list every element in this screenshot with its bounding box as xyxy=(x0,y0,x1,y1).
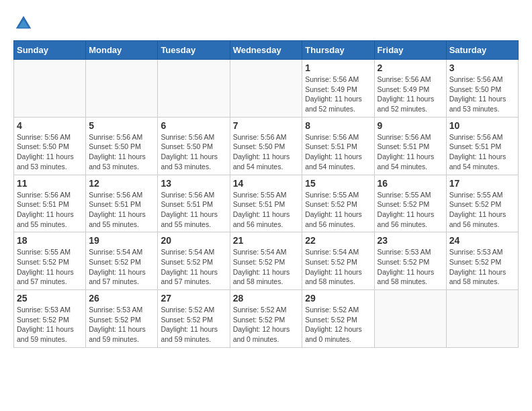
day-info: Sunrise: 5:54 AM Sunset: 5:52 PM Dayligh… xyxy=(89,247,154,287)
calendar-cell: 9Sunrise: 5:56 AM Sunset: 5:51 PM Daylig… xyxy=(374,117,446,175)
day-number: 23 xyxy=(378,235,443,246)
day-number: 6 xyxy=(161,120,226,131)
day-number: 1 xyxy=(305,62,371,73)
calendar-cell: 6Sunrise: 5:56 AM Sunset: 5:50 PM Daylig… xyxy=(158,117,230,175)
calendar-cell: 7Sunrise: 5:56 AM Sunset: 5:50 PM Daylig… xyxy=(230,117,302,175)
calendar-cell: 5Sunrise: 5:56 AM Sunset: 5:50 PM Daylig… xyxy=(86,117,158,175)
day-number: 26 xyxy=(89,293,154,304)
day-info: Sunrise: 5:56 AM Sunset: 5:51 PM Dayligh… xyxy=(17,190,83,230)
calendar-cell: 16Sunrise: 5:55 AM Sunset: 5:52 PM Dayli… xyxy=(374,175,446,232)
calendar-cell: 19Sunrise: 5:54 AM Sunset: 5:52 PM Dayli… xyxy=(86,232,158,290)
day-info: Sunrise: 5:53 AM Sunset: 5:52 PM Dayligh… xyxy=(17,305,83,345)
day-number: 27 xyxy=(161,293,226,304)
day-number: 24 xyxy=(449,235,515,246)
calendar-cell: 8Sunrise: 5:56 AM Sunset: 5:51 PM Daylig… xyxy=(302,117,374,175)
day-number: 8 xyxy=(305,120,371,131)
day-number: 10 xyxy=(449,120,515,131)
day-info: Sunrise: 5:52 AM Sunset: 5:52 PM Dayligh… xyxy=(233,305,300,345)
day-info: Sunrise: 5:56 AM Sunset: 5:51 PM Dayligh… xyxy=(161,190,226,230)
day-info: Sunrise: 5:54 AM Sunset: 5:52 PM Dayligh… xyxy=(161,247,226,287)
day-number: 7 xyxy=(233,120,300,131)
day-info: Sunrise: 5:53 AM Sunset: 5:52 PM Dayligh… xyxy=(89,305,154,345)
day-info: Sunrise: 5:56 AM Sunset: 5:51 PM Dayligh… xyxy=(305,132,371,172)
day-number: 25 xyxy=(17,293,83,304)
calendar-cell: 29Sunrise: 5:52 AM Sunset: 5:52 PM Dayli… xyxy=(302,290,374,348)
calendar-cell xyxy=(230,60,302,118)
day-number: 22 xyxy=(305,235,371,246)
day-number: 13 xyxy=(161,178,226,189)
calendar-cell: 22Sunrise: 5:54 AM Sunset: 5:52 PM Dayli… xyxy=(302,232,374,290)
calendar-cell: 25Sunrise: 5:53 AM Sunset: 5:52 PM Dayli… xyxy=(14,290,86,348)
day-number: 20 xyxy=(161,235,226,246)
logo-icon xyxy=(13,13,34,34)
day-number: 18 xyxy=(17,235,83,246)
day-info: Sunrise: 5:56 AM Sunset: 5:50 PM Dayligh… xyxy=(233,132,300,172)
day-number: 19 xyxy=(89,235,154,246)
calendar-cell: 17Sunrise: 5:55 AM Sunset: 5:52 PM Dayli… xyxy=(446,175,518,232)
day-info: Sunrise: 5:53 AM Sunset: 5:52 PM Dayligh… xyxy=(449,247,515,287)
calendar-cell: 20Sunrise: 5:54 AM Sunset: 5:52 PM Dayli… xyxy=(158,232,230,290)
calendar-table: SundayMondayTuesdayWednesdayThursdayFrid… xyxy=(13,40,519,348)
day-info: Sunrise: 5:54 AM Sunset: 5:52 PM Dayligh… xyxy=(305,247,371,287)
calendar-cell: 18Sunrise: 5:55 AM Sunset: 5:52 PM Dayli… xyxy=(14,232,86,290)
day-info: Sunrise: 5:56 AM Sunset: 5:51 PM Dayligh… xyxy=(378,132,443,172)
day-number: 9 xyxy=(378,120,443,131)
calendar-cell: 12Sunrise: 5:56 AM Sunset: 5:51 PM Dayli… xyxy=(86,175,158,232)
day-number: 28 xyxy=(233,293,300,304)
day-info: Sunrise: 5:56 AM Sunset: 5:51 PM Dayligh… xyxy=(449,132,515,172)
day-info: Sunrise: 5:56 AM Sunset: 5:50 PM Dayligh… xyxy=(89,132,154,172)
day-number: 5 xyxy=(89,120,154,131)
calendar-cell: 24Sunrise: 5:53 AM Sunset: 5:52 PM Dayli… xyxy=(446,232,518,290)
calendar-cell xyxy=(86,60,158,118)
day-number: 12 xyxy=(89,178,154,189)
header xyxy=(13,13,519,34)
day-info: Sunrise: 5:55 AM Sunset: 5:52 PM Dayligh… xyxy=(449,190,515,230)
calendar-header-thursday: Thursday xyxy=(302,41,374,60)
calendar-cell: 14Sunrise: 5:55 AM Sunset: 5:51 PM Dayli… xyxy=(230,175,302,232)
calendar-cell: 28Sunrise: 5:52 AM Sunset: 5:52 PM Dayli… xyxy=(230,290,302,348)
calendar-header-sunday: Sunday xyxy=(14,41,86,60)
day-info: Sunrise: 5:54 AM Sunset: 5:52 PM Dayligh… xyxy=(233,247,300,287)
day-info: Sunrise: 5:55 AM Sunset: 5:52 PM Dayligh… xyxy=(305,190,371,230)
calendar-header-friday: Friday xyxy=(374,41,446,60)
calendar-cell xyxy=(158,60,230,118)
day-info: Sunrise: 5:56 AM Sunset: 5:51 PM Dayligh… xyxy=(89,190,154,230)
day-number: 3 xyxy=(449,62,515,73)
day-number: 14 xyxy=(233,178,300,189)
calendar-cell xyxy=(446,290,518,348)
calendar-week-4: 18Sunrise: 5:55 AM Sunset: 5:52 PM Dayli… xyxy=(14,232,519,290)
calendar-header-saturday: Saturday xyxy=(446,41,518,60)
day-number: 29 xyxy=(305,293,371,304)
calendar-cell: 10Sunrise: 5:56 AM Sunset: 5:51 PM Dayli… xyxy=(446,117,518,175)
calendar-header-wednesday: Wednesday xyxy=(230,41,302,60)
calendar-cell: 15Sunrise: 5:55 AM Sunset: 5:52 PM Dayli… xyxy=(302,175,374,232)
calendar-cell: 1Sunrise: 5:56 AM Sunset: 5:49 PM Daylig… xyxy=(302,60,374,118)
day-number: 15 xyxy=(305,178,371,189)
calendar-week-1: 1Sunrise: 5:56 AM Sunset: 5:49 PM Daylig… xyxy=(14,60,519,118)
calendar-cell: 3Sunrise: 5:56 AM Sunset: 5:50 PM Daylig… xyxy=(446,60,518,118)
day-info: Sunrise: 5:53 AM Sunset: 5:52 PM Dayligh… xyxy=(378,247,443,287)
day-number: 21 xyxy=(233,235,300,246)
day-number: 4 xyxy=(17,120,83,131)
calendar-cell: 11Sunrise: 5:56 AM Sunset: 5:51 PM Dayli… xyxy=(14,175,86,232)
day-info: Sunrise: 5:52 AM Sunset: 5:52 PM Dayligh… xyxy=(305,305,371,345)
calendar-cell: 26Sunrise: 5:53 AM Sunset: 5:52 PM Dayli… xyxy=(86,290,158,348)
day-info: Sunrise: 5:55 AM Sunset: 5:52 PM Dayligh… xyxy=(378,190,443,230)
calendar-cell: 27Sunrise: 5:52 AM Sunset: 5:52 PM Dayli… xyxy=(158,290,230,348)
calendar-cell: 2Sunrise: 5:56 AM Sunset: 5:49 PM Daylig… xyxy=(374,60,446,118)
calendar-header-row: SundayMondayTuesdayWednesdayThursdayFrid… xyxy=(14,41,519,60)
day-info: Sunrise: 5:56 AM Sunset: 5:49 PM Dayligh… xyxy=(305,75,371,114)
day-info: Sunrise: 5:56 AM Sunset: 5:50 PM Dayligh… xyxy=(17,132,83,172)
day-number: 2 xyxy=(378,62,443,73)
calendar-cell: 23Sunrise: 5:53 AM Sunset: 5:52 PM Dayli… xyxy=(374,232,446,290)
calendar-cell: 21Sunrise: 5:54 AM Sunset: 5:52 PM Dayli… xyxy=(230,232,302,290)
day-info: Sunrise: 5:55 AM Sunset: 5:51 PM Dayligh… xyxy=(233,190,300,230)
day-number: 11 xyxy=(17,178,83,189)
calendar-cell: 4Sunrise: 5:56 AM Sunset: 5:50 PM Daylig… xyxy=(14,117,86,175)
day-info: Sunrise: 5:55 AM Sunset: 5:52 PM Dayligh… xyxy=(17,247,83,287)
calendar-week-5: 25Sunrise: 5:53 AM Sunset: 5:52 PM Dayli… xyxy=(14,290,519,348)
day-info: Sunrise: 5:56 AM Sunset: 5:50 PM Dayligh… xyxy=(161,132,226,172)
day-info: Sunrise: 5:56 AM Sunset: 5:49 PM Dayligh… xyxy=(378,75,443,114)
calendar-cell xyxy=(374,290,446,348)
calendar-week-3: 11Sunrise: 5:56 AM Sunset: 5:51 PM Dayli… xyxy=(14,175,519,232)
